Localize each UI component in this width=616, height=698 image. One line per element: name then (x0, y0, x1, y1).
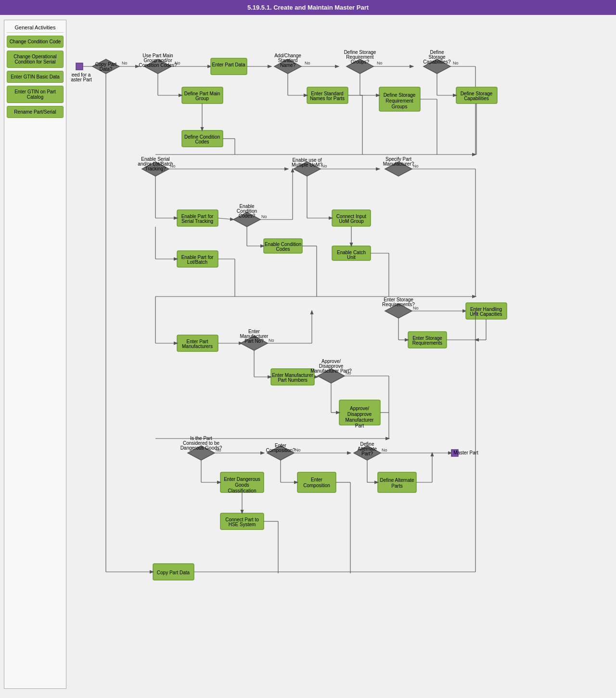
label-use-part-main3: Condition Codes? (139, 63, 177, 68)
label-dangerous-goods-class: Enter Dangerous (224, 477, 260, 482)
label-no-define-alt: No (382, 448, 387, 452)
label-no-enter-mfr-no: No (269, 338, 274, 343)
label-no-enable-serial: No (170, 164, 176, 168)
sidebar-btn-gtin-catalog[interactable]: Enter GTIN on Part Catalog (7, 86, 64, 103)
label-enable-cond-codes3: Codes? (239, 213, 256, 219)
label-def-storage-req-grps3: Groups (392, 104, 408, 109)
diagram-area: Need for a Master Part Copy Part Data? N… (66, 15, 616, 694)
label-no-dangerous: No (216, 448, 221, 452)
label-copy-part-data: Copy Part Data (157, 570, 190, 575)
label-enter-mfr-part-no3: Part No? (244, 338, 264, 344)
label-enable-cond-codes-box2: Codes (276, 246, 290, 252)
label-no-enter-comp: No (295, 448, 301, 452)
title-bar: 5.19.5.1. Create and Maintain Master Par… (0, 0, 616, 15)
label-enter-part-mfrs2: Manufacturers (182, 344, 213, 349)
svg-line-32 (218, 218, 233, 220)
terminal-need (76, 63, 83, 70)
label-define-alt-parts2: Parts (391, 483, 402, 489)
label-approve-mfr-box2: Disapprove (347, 412, 372, 417)
label-specify-mfr2: Manufacturer? (383, 161, 414, 167)
label-enter-storage-req2: Requirements? (382, 302, 415, 307)
label-enter-part-data: Enter Part Data (212, 62, 245, 67)
label-def-storage-cap-box2: Capabilities (464, 96, 489, 101)
label-def-storage-cap3: Capabilities? (423, 59, 451, 65)
sidebar-title: General Activities (7, 23, 64, 33)
label-enter-comp-box: Enter (311, 477, 323, 482)
label-no-specify-mfr: No (413, 164, 419, 168)
label-no-copy: No (122, 61, 128, 65)
label-def-storage-req3: Groups? (351, 59, 370, 65)
label-dangerous-goods-class3: Classification (228, 488, 257, 493)
sidebar-btn-rename[interactable]: Rename Part/Serial (7, 106, 64, 118)
sidebar-btn-change-condition[interactable]: Change Condition Code (7, 36, 64, 48)
label-no-add-std: No (305, 61, 310, 65)
label-no-enable-cond: No (261, 214, 267, 219)
sidebar: General Activities Change Condition Code… (4, 20, 66, 689)
label-dangerous-goods-class2: Goods (235, 482, 249, 488)
label-no-def-storage: No (377, 61, 383, 65)
label-enter-storage-req-box2: Requirements (412, 340, 442, 346)
label-approve-mfr-box3: Manufacturer (346, 417, 374, 423)
label-enter-std-names2: Names for Parts (310, 96, 345, 101)
label-no-enable-uom: No (321, 164, 327, 168)
diagram-svg: Need for a Master Part Copy Part Data? N… (71, 20, 605, 684)
label-connect-uom2: UoM Group (339, 219, 364, 224)
label-add-standard3: Name? (280, 63, 296, 68)
label-define-alt-parts: Define Alternate (380, 478, 414, 483)
sidebar-btn-gtin-basic[interactable]: Enter GTIN Basic Data (7, 71, 64, 83)
label-no-enter-storage-req: No (413, 306, 419, 310)
label-approve-mfr-box4: Part (355, 423, 364, 428)
label-enter-comp-box2: Composition (303, 483, 330, 488)
label-enable-catch2: Unit (347, 255, 356, 260)
label-no-use-main: No (175, 61, 180, 65)
label-def-part-main2: Group (195, 96, 209, 101)
label-enable-lot-track2: Lot/Batch (187, 259, 207, 265)
label-no-approve-mfr: No (346, 371, 351, 375)
label-enable-uom2: Multiple UoM? (292, 162, 322, 168)
label-enter-comp2: Composition? (266, 448, 295, 453)
label-approve-mfr-box: Approve/ (350, 406, 369, 411)
label-connect-hse2: HSE System (229, 522, 256, 527)
label-def-storage-req-grps2: Requirement (385, 98, 413, 103)
label-master-part: Master Part (453, 450, 478, 455)
label-enable-serial-track2: Serial Tracking (181, 219, 213, 224)
label-define-alt3: Part? (361, 451, 373, 456)
sidebar-btn-change-operational[interactable]: Change Operational Condition for Serial (7, 51, 64, 68)
label-enter-mfr-part-nums2: Part Numbers (278, 377, 308, 383)
label-def-storage-req-grps: Define Storage (384, 92, 416, 98)
label-def-cond-codes2: Codes (195, 139, 209, 144)
label-no-def-cap: No (453, 61, 459, 65)
page-title: 5.19.5.1. Create and Maintain Master Par… (0, 0, 616, 15)
label-enter-handling2: Unit Capacities (470, 311, 502, 317)
label-enable-serial3: Tracking? (145, 166, 166, 171)
label-copy-part2: Data? (100, 66, 113, 72)
label-need2: Master Part (71, 77, 92, 82)
